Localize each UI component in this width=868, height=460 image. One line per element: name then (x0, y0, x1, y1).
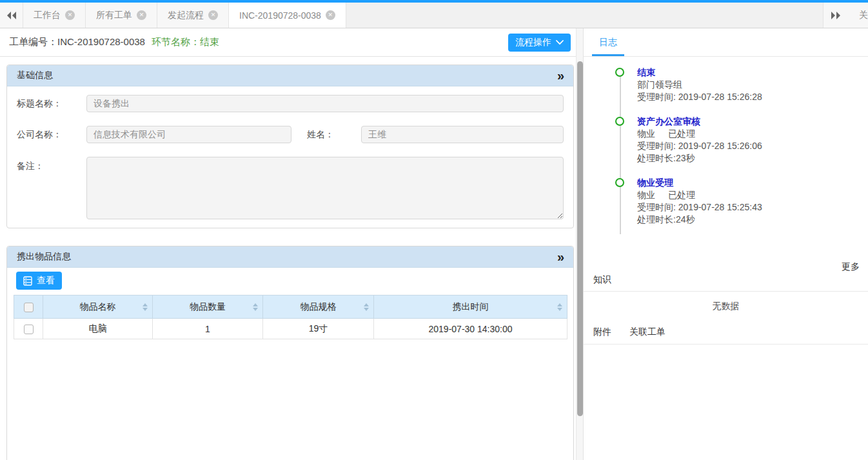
row-select-cell (14, 319, 43, 339)
step-name-text: 环节名称：结束 (152, 36, 219, 48)
tab-inc-order[interactable]: INC-20190728-0038 ✕ (229, 3, 346, 28)
tab-workbench[interactable]: 工作台 ✕ (23, 3, 86, 28)
tab-knowledge[interactable]: 知识 (593, 274, 611, 285)
workspace: 工单编号：INC-20190728-0038 环节名称：结束 流程操作 基础信息… (0, 28, 868, 460)
remark-label: 备注： (17, 157, 86, 172)
tab-label: 关 (859, 10, 868, 21)
sort-icon (364, 303, 369, 311)
tab-bar: 工作台 ✕ 所有工单 ✕ 发起流程 ✕ INC-20190728-0038 ✕ … (0, 3, 868, 28)
close-icon[interactable]: ✕ (137, 10, 146, 20)
right-sidebar: 日志 结束 部门领导组 受理时间: 2019-07-28 15:26:28 资产… (584, 28, 868, 460)
form-row-company-name: 公司名称： 姓名： (17, 126, 564, 143)
collapse-icon[interactable]: » (557, 69, 564, 82)
timeline-accept-time: 受理时间: 2019-07-28 15:26:06 (637, 140, 868, 152)
company-label: 公司名称： (17, 129, 86, 141)
name-label: 姓名： (291, 129, 361, 141)
timeline-step-link[interactable]: 资产办公室审核 (637, 115, 868, 128)
timeline-accept-time: 受理时间: 2019-07-28 15:25:43 (637, 201, 868, 214)
sort-icon (557, 303, 562, 311)
timeline-entry: 结束 部门领导组 受理时间: 2019-07-28 15:26:28 (584, 66, 868, 103)
tab-label: 发起流程 (168, 10, 204, 21)
title-field[interactable] (86, 95, 564, 112)
log-timeline: 结束 部门领导组 受理时间: 2019-07-28 15:26:28 资产办公室… (584, 57, 868, 238)
timeline-dot-icon (615, 178, 624, 187)
knowledge-section: 知识 (584, 274, 868, 286)
double-chevron-left-icon (6, 11, 17, 20)
tab-start-process[interactable]: 发起流程 ✕ (157, 3, 229, 28)
bottom-tabs: 附件 关联工单 (584, 326, 868, 338)
panel-title: 基础信息 (17, 70, 53, 81)
timeline-duration: 处理时长:23秒 (637, 152, 868, 165)
tab-related-orders[interactable]: 关联工单 (629, 326, 666, 338)
basic-info-body: 标题名称： 公司名称： 姓名： 备注： (7, 86, 573, 228)
main-body: 基础信息 » 标题名称： 公司名称： 姓名： (0, 57, 576, 460)
close-icon[interactable]: ✕ (208, 10, 218, 20)
select-all-cell (14, 295, 43, 319)
order-number-text: 工单编号：INC-20190728-0038 (9, 36, 145, 48)
close-icon[interactable]: ✕ (326, 10, 335, 20)
timeline-accept-time: 受理时间: 2019-07-28 15:26:28 (637, 91, 868, 103)
items-panel-header: 携出物品信息 » (7, 246, 573, 268)
timeline-dot-icon (615, 68, 624, 77)
vertical-scrollbar (576, 28, 584, 460)
name-field[interactable] (361, 126, 564, 143)
cell-item-qty: 1 (153, 319, 263, 339)
divider (584, 344, 868, 345)
panel-title: 携出物品信息 (17, 251, 71, 263)
column-header-item-name[interactable]: 物品名称 (43, 295, 153, 319)
timeline-entry: 资产办公室审核 物业已处理 受理时间: 2019-07-28 15:26:06 … (584, 115, 868, 165)
close-icon[interactable]: ✕ (65, 10, 75, 20)
column-header-item-spec[interactable]: 物品规格 (263, 295, 374, 319)
no-data-text: 无数据 (584, 292, 868, 324)
column-header-item-qty[interactable]: 物品数量 (153, 295, 263, 319)
timeline-handler: 部门领导组 (637, 79, 868, 91)
sort-icon (143, 303, 148, 311)
row-checkbox[interactable] (24, 325, 34, 334)
tab-attachment[interactable]: 附件 (593, 326, 611, 338)
timeline-duration: 处理时长:24秒 (637, 214, 868, 226)
form-row-title: 标题名称： (17, 95, 564, 112)
table-row: 电脑 1 19寸 2019-07-30 14:30:00 (14, 319, 567, 339)
column-header-carry-time[interactable]: 携出时间 (374, 295, 567, 319)
cell-carry-time: 2019-07-30 14:30:00 (374, 319, 567, 339)
list-icon (23, 276, 32, 286)
timeline-entry: 物业受理 物业已处理 受理时间: 2019-07-28 15:25:43 处理时… (584, 177, 868, 226)
tabs-scroll-right-button[interactable] (823, 3, 849, 28)
process-action-button[interactable]: 流程操作 (508, 34, 571, 52)
sidebar-tabs: 日志 (584, 28, 868, 57)
timeline-step-link[interactable]: 物业受理 (637, 177, 868, 189)
tab-label: 所有工单 (96, 10, 132, 21)
chevron-down-icon (556, 40, 564, 45)
view-button[interactable]: 查看 (16, 272, 62, 290)
form-row-remark: 备注： (17, 157, 564, 219)
items-table: 物品名称 物品数量 物品规格 (14, 295, 567, 339)
double-chevron-right-icon (831, 11, 842, 20)
table-header-row: 物品名称 物品数量 物品规格 (14, 295, 567, 319)
tab-label: 工作台 (34, 10, 61, 21)
company-field[interactable] (86, 126, 291, 143)
scrollbar-thumb[interactable] (577, 61, 583, 416)
tab-log[interactable]: 日志 (592, 37, 624, 56)
more-link[interactable]: 更多 (842, 261, 860, 272)
cell-item-name: 电脑 (43, 319, 153, 339)
tab-all-orders[interactable]: 所有工单 ✕ (86, 3, 157, 28)
title-label: 标题名称： (17, 98, 86, 110)
timeline-handler: 物业已处理 (637, 189, 868, 201)
timeline-dot-icon (615, 117, 624, 126)
select-all-checkbox[interactable] (24, 303, 34, 312)
order-header: 工单编号：INC-20190728-0038 环节名称：结束 流程操作 (0, 28, 576, 57)
tabbar-filler (346, 3, 823, 28)
tab-label: INC-20190728-0038 (239, 10, 321, 21)
timeline-handler: 物业已处理 (637, 128, 868, 140)
remark-field[interactable] (86, 157, 564, 219)
items-panel: 携出物品信息 » (6, 246, 574, 460)
main-panel: 工单编号：INC-20190728-0038 环节名称：结束 流程操作 基础信息… (0, 28, 576, 460)
app-window: 工作台 ✕ 所有工单 ✕ 发起流程 ✕ INC-20190728-0038 ✕ … (0, 0, 868, 460)
timeline-step-link[interactable]: 结束 (637, 66, 868, 79)
tabs-scroll-left-button[interactable] (0, 3, 23, 28)
basic-info-panel: 基础信息 » 标题名称： 公司名称： 姓名： (6, 65, 574, 228)
collapse-icon[interactable]: » (557, 250, 564, 263)
tab-partial[interactable]: 关 (849, 3, 868, 28)
items-panel-body: 查看 物品名称 (7, 268, 573, 349)
more-row: 更多 (584, 261, 868, 273)
